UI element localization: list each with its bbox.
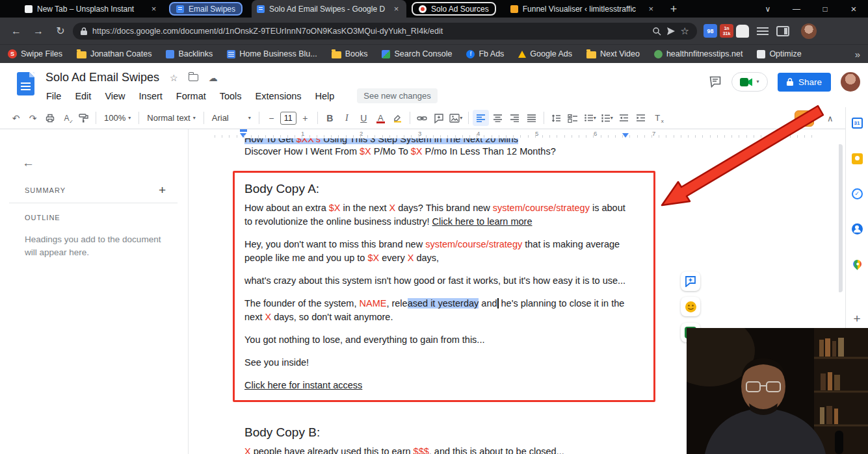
bookmark-star-icon[interactable]: [681, 26, 689, 36]
numbered-list-button[interactable]: [599, 110, 615, 126]
paragraph[interactable]: You got nothing to lose, and everything …: [244, 333, 628, 347]
insert-image-button[interactable]: [448, 110, 464, 126]
checklist-button[interactable]: [565, 110, 581, 126]
increase-font-size-button[interactable]: [297, 110, 313, 126]
keep-icon[interactable]: [851, 153, 863, 164]
side-panel-icon[interactable]: [776, 26, 789, 36]
bookmark-home-business[interactable]: Home Business Blu...: [227, 49, 317, 58]
bookmark-folder-next-video[interactable]: Next Video: [586, 49, 640, 58]
insert-comment-button[interactable]: [431, 110, 447, 126]
decrease-font-size-button[interactable]: −: [263, 110, 280, 126]
subheadline-text[interactable]: Discover How I Went From $X P/Mo To $X P…: [244, 145, 661, 158]
font-size-input[interactable]: 11: [280, 112, 296, 125]
insert-link-button[interactable]: [414, 110, 430, 126]
spellcheck-button[interactable]: A: [59, 110, 75, 126]
text-color-button[interactable]: A: [373, 110, 389, 126]
tab-close-icon[interactable]: [646, 5, 656, 13]
underline-button[interactable]: U: [356, 110, 372, 126]
hide-menus-button[interactable]: [827, 114, 834, 123]
tasks-icon[interactable]: [851, 188, 863, 199]
bookmark-swipe-files[interactable]: Swipe Files: [8, 49, 62, 58]
justify-button[interactable]: [523, 110, 540, 126]
minimize-button[interactable]: [782, 0, 811, 18]
bookmark-optimize[interactable]: Optimize: [757, 49, 801, 58]
browser-profile-avatar[interactable]: [801, 23, 817, 39]
back-button[interactable]: [7, 21, 26, 41]
menu-insert[interactable]: Insert: [139, 91, 163, 101]
meet-presence-button[interactable]: [731, 72, 768, 92]
paragraph-style-select[interactable]: Normal text: [143, 113, 199, 123]
paragraph[interactable]: See you inside!: [244, 356, 628, 370]
clear-formatting-button[interactable]: T: [650, 110, 666, 126]
paragraph[interactable]: what's crazy about this system isn't how…: [244, 274, 628, 288]
address-bar[interactable]: https://docs.google.com/document/d/1nOns…: [73, 23, 697, 40]
browser-tab-solo-ad-sources[interactable]: Solo Ad Sources: [412, 2, 496, 16]
share-button[interactable]: Share: [778, 73, 831, 92]
menu-edit[interactable]: Edit: [75, 91, 91, 101]
new-tab-button[interactable]: [670, 3, 677, 15]
align-left-button[interactable]: [473, 110, 489, 126]
body-copy-a-title[interactable]: Body Copy A:: [244, 181, 642, 197]
document-title[interactable]: Solo Ad Email Swipes: [46, 71, 159, 84]
paragraph[interactable]: How about an extra $X in the next X days…: [244, 201, 628, 229]
redo-button[interactable]: [25, 110, 41, 126]
close-window-button[interactable]: [839, 0, 868, 18]
zoom-icon[interactable]: [652, 27, 661, 36]
menu-help[interactable]: Help: [315, 91, 335, 101]
zoom-select[interactable]: 100%: [100, 113, 135, 123]
headline-selected-text[interactable]: How To Get $XX's Using This 3 Step Syste…: [244, 138, 661, 145]
forward-button[interactable]: [29, 21, 48, 41]
browser-tab-active[interactable]: Solo Ad Email Swipes - Google D: [252, 0, 406, 18]
contacts-icon[interactable]: [851, 223, 863, 234]
line-spacing-button[interactable]: [548, 110, 564, 126]
menu-extensions[interactable]: Extensions: [256, 91, 302, 101]
right-indent-marker[interactable]: [622, 133, 629, 138]
body-copy-b-title[interactable]: Body Copy B:: [244, 424, 661, 441]
tab-close-icon[interactable]: [149, 5, 159, 13]
bold-button[interactable]: B: [322, 110, 338, 126]
left-indent-marker[interactable]: [240, 133, 246, 138]
reading-list-icon[interactable]: [757, 27, 769, 35]
bookmark-search-console[interactable]: Search Console: [382, 49, 452, 58]
menu-format[interactable]: Format: [176, 91, 206, 101]
increase-indent-button[interactable]: [633, 110, 649, 126]
move-to-folder-icon[interactable]: [189, 74, 198, 81]
bookmark-healthnfitness[interactable]: healthnfitnesstips.net: [654, 49, 743, 58]
bookmark-folder-jonathan-coates[interactable]: Jonathan Coates: [77, 49, 152, 58]
close-outline-icon[interactable]: [22, 157, 34, 169]
undo-button[interactable]: [8, 110, 24, 126]
tab-close-icon[interactable]: [391, 5, 401, 13]
bookmarks-overflow-icon[interactable]: [855, 49, 860, 59]
extension-badge-red[interactable]: 1n 31k: [720, 24, 733, 38]
add-comment-fab[interactable]: [681, 271, 700, 291]
star-document-icon[interactable]: [170, 73, 178, 82]
menu-file[interactable]: File: [46, 91, 61, 101]
add-emoji-fab[interactable]: [681, 297, 700, 316]
calendar-icon[interactable]: [851, 117, 863, 129]
print-button[interactable]: [42, 110, 58, 126]
align-center-button[interactable]: [490, 110, 506, 126]
add-summary-button[interactable]: [159, 184, 166, 196]
browser-tab-email-swipes[interactable]: Email Swipes: [169, 2, 243, 16]
browser-tab-newtab[interactable]: New Tab – Unsplash Instant: [20, 0, 164, 18]
extension-icon[interactable]: [736, 25, 749, 38]
paragraph[interactable]: The founder of the system, NAME, release…: [244, 297, 628, 324]
italic-button[interactable]: I: [339, 110, 355, 126]
extension-badge-blue[interactable]: 98: [704, 24, 717, 38]
highlight-color-button[interactable]: [389, 110, 406, 126]
comment-history-icon[interactable]: [709, 75, 722, 88]
maps-icon[interactable]: [851, 258, 863, 270]
bulleted-list-button[interactable]: [582, 110, 598, 126]
menu-view[interactable]: View: [105, 91, 125, 101]
decrease-indent-button[interactable]: [616, 110, 632, 126]
send-icon[interactable]: [666, 27, 676, 36]
bookmark-backlinks[interactable]: Backlinks: [166, 49, 213, 58]
bookmark-fb-ads[interactable]: Fb Ads: [466, 49, 504, 58]
paint-format-button[interactable]: [75, 110, 92, 126]
font-select[interactable]: Arial: [208, 113, 255, 123]
paragraph[interactable]: X people have already used this to earn …: [244, 445, 628, 454]
first-line-indent-marker[interactable]: [240, 129, 247, 132]
maximize-button[interactable]: [811, 0, 839, 18]
see-new-changes-button[interactable]: See new changes: [357, 88, 437, 103]
paragraph[interactable]: Click here for instant access: [244, 379, 628, 392]
